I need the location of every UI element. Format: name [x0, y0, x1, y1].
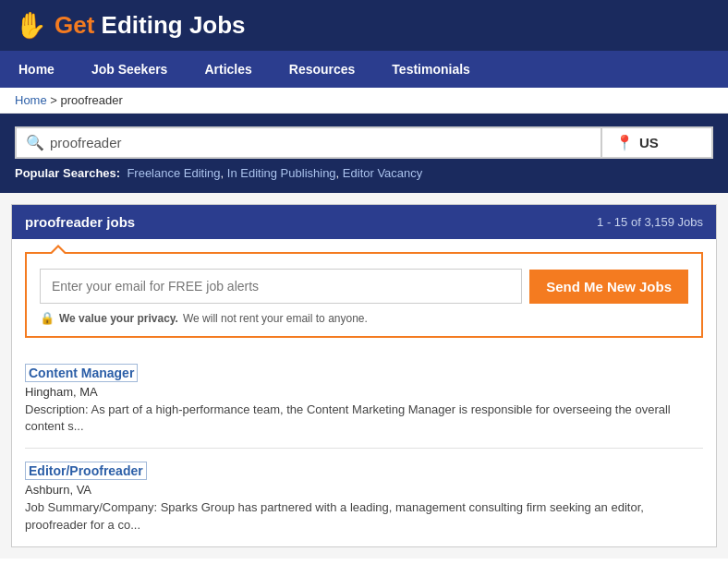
- email-alert-input[interactable]: [40, 269, 522, 304]
- breadcrumb: Home > proofreader: [0, 88, 728, 114]
- job-description-1: Description: As part of a high-performan…: [25, 402, 703, 435]
- nav-item-articles[interactable]: Articles: [186, 51, 270, 88]
- nav-item-home[interactable]: Home: [0, 51, 73, 88]
- search-box: 🔍: [15, 126, 602, 159]
- nav-item-resources[interactable]: Resources: [271, 51, 374, 88]
- privacy-rest: We will not rent your email to anyone.: [183, 312, 368, 325]
- email-alert-box: Send Me New Jobs 🔒 We value your privacy…: [25, 252, 703, 338]
- search-input[interactable]: [50, 135, 591, 150]
- search-icon: 🔍: [26, 134, 44, 151]
- location-pin-icon: 📍: [615, 134, 634, 151]
- jobs-count: 1 - 15 of 3,159 Jobs: [597, 215, 703, 229]
- lock-icon: 🔒: [40, 311, 55, 325]
- send-me-jobs-button[interactable]: Send Me New Jobs: [529, 270, 688, 304]
- job-location-1: Hingham, MA: [25, 385, 703, 399]
- jobs-panel-title: proofreader jobs: [25, 214, 135, 230]
- logo[interactable]: ✋ Get Editing Jobs: [15, 11, 246, 40]
- main-nav: Home Job Seekers Articles Resources Test…: [0, 51, 728, 88]
- email-row: Send Me New Jobs: [40, 269, 688, 304]
- popular-search-3[interactable]: Editor Vacancy: [343, 166, 422, 180]
- logo-icon: ✋: [15, 13, 47, 39]
- breadcrumb-home-link[interactable]: Home: [15, 93, 47, 107]
- jobs-header: proofreader jobs 1 - 15 of 3,159 Jobs: [12, 205, 716, 239]
- popular-searches: Popular Searches: Freelance Editing, In …: [15, 166, 713, 180]
- jobs-panel: proofreader jobs 1 - 15 of 3,159 Jobs Se…: [11, 204, 717, 547]
- main-content: proofreader jobs 1 - 15 of 3,159 Jobs Se…: [0, 193, 728, 558]
- nav-item-testimonials[interactable]: Testimonials: [373, 51, 489, 88]
- job-description-2: Job Summary/Company: Sparks Group has pa…: [25, 499, 703, 533]
- popular-search-2[interactable]: In Editing Publishing: [227, 166, 336, 180]
- breadcrumb-separator: >: [47, 93, 61, 107]
- popular-search-1[interactable]: Freelance Editing: [127, 166, 220, 180]
- title-rest: Editing Jobs: [94, 11, 245, 39]
- location-box: 📍: [602, 126, 713, 159]
- privacy-bold: We value your privacy.: [59, 312, 178, 325]
- title-get: Get: [55, 11, 94, 39]
- job-list: Content Manager Hingham, MA Description:…: [12, 351, 716, 546]
- search-section: 🔍 📍 Popular Searches: Freelance Editing,…: [0, 114, 728, 193]
- breadcrumb-current: proofreader: [61, 93, 123, 107]
- privacy-note: 🔒 We value your privacy. We will not ren…: [40, 311, 688, 325]
- job-item: Editor/Proofreader Ashburn, VA Job Summa…: [25, 449, 703, 546]
- job-title-link-2[interactable]: Editor/Proofreader: [25, 462, 147, 480]
- job-item: Content Manager Hingham, MA Description:…: [25, 351, 703, 449]
- site-header: ✋ Get Editing Jobs: [0, 0, 728, 51]
- job-title-link-1[interactable]: Content Manager: [25, 364, 138, 382]
- location-input[interactable]: [639, 135, 695, 150]
- popular-searches-label: Popular Searches:: [15, 166, 120, 180]
- job-location-2: Ashburn, VA: [25, 483, 703, 497]
- search-row: 🔍 📍: [15, 126, 713, 159]
- site-title: Get Editing Jobs: [55, 11, 246, 40]
- nav-item-job-seekers[interactable]: Job Seekers: [73, 51, 187, 88]
